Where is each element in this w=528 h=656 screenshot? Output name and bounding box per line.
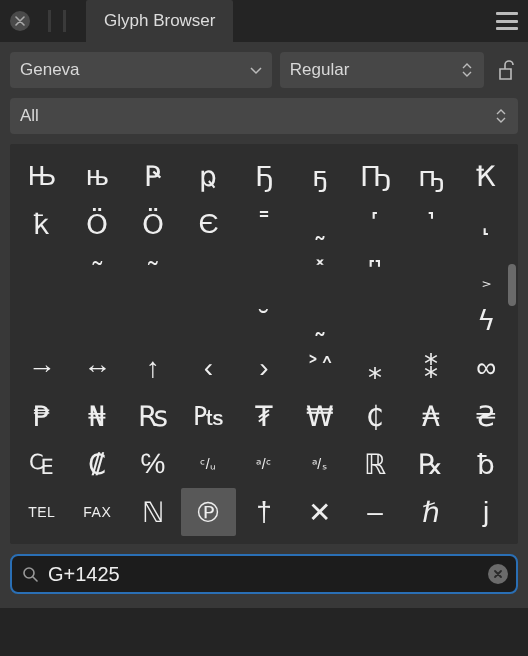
menu-button[interactable] (496, 12, 518, 30)
close-icon (493, 569, 503, 579)
glyph-cell[interactable]: ˜ (70, 248, 126, 296)
glyph-cell[interactable]: ˘ (236, 296, 292, 344)
glyph-cell[interactable]: Є (181, 200, 237, 248)
glyph-cell[interactable]: ‹ (181, 344, 237, 392)
glyph-cell[interactable]: ↔ (70, 344, 126, 392)
style-select-value: Regular (290, 60, 460, 80)
chevron-down-icon (250, 60, 262, 80)
glyph-cell[interactable]: Ҕ (236, 152, 292, 200)
titlebar: Glyph Browser (0, 0, 528, 42)
glyph-cell[interactable]: ℅ (125, 440, 181, 488)
glyph-cell[interactable] (347, 296, 403, 344)
category-select-value: All (20, 106, 494, 126)
glyph-cell[interactable]: › (236, 344, 292, 392)
glyph-cell[interactable]: ✕ (292, 488, 348, 536)
glyph-cell[interactable]: ₨ (125, 392, 181, 440)
glyph-cell[interactable]: ҕ (292, 152, 348, 200)
glyph-cell[interactable]: ҧ (403, 152, 459, 200)
glyph-cell[interactable] (14, 248, 70, 296)
glyph-cell[interactable]: ₵ (347, 392, 403, 440)
glyph-cell[interactable]: ˭ (236, 200, 292, 248)
glyph-cell[interactable]: ҟ (14, 200, 70, 248)
glyph-cell[interactable]: ℕ (125, 488, 181, 536)
search-field[interactable] (10, 554, 518, 594)
font-select[interactable]: Geneva (10, 52, 272, 88)
chevron-updown-icon (494, 107, 508, 125)
glyph-cell[interactable]: ˜ (125, 248, 181, 296)
glyph-browser-panel: Glyph Browser Geneva Regular (0, 0, 528, 656)
panel-footer (0, 608, 528, 656)
glyph-cell[interactable]: ℗ (181, 488, 237, 536)
glyph-cell[interactable]: Ҏ (125, 152, 181, 200)
glyph-cell[interactable]: Њ (14, 152, 70, 200)
glyph-cell[interactable] (181, 296, 237, 344)
close-button[interactable] (10, 11, 30, 31)
glyph-cell[interactable]: ₠ (14, 440, 70, 488)
category-select[interactable]: All (10, 98, 518, 134)
glyph-cell[interactable]: † (236, 488, 292, 536)
glyph-cell[interactable]: ˺ (403, 200, 459, 248)
clear-search-button[interactable] (488, 564, 508, 584)
glyph-grid-container: ЊњҎҏҔҕҦҧҞҟӦӦЄ˭˷˹˺˻˜˜˟˹˺˲˘˷ϟ→↔↑‹›˃˄⁎⁑∞₱₦₨… (10, 144, 518, 544)
glyph-cell[interactable]: – (347, 488, 403, 536)
lock-button[interactable] (492, 52, 518, 88)
glyph-cell[interactable]: ˷ (292, 200, 348, 248)
glyph-cell[interactable]: ˟ (292, 248, 348, 296)
unlock-icon (496, 59, 514, 81)
style-select[interactable]: Regular (280, 52, 484, 88)
glyph-cell[interactable]: ₱ (14, 392, 70, 440)
glyph-cell[interactable]: ˹ (347, 200, 403, 248)
glyph-cell[interactable]: ↑ (125, 344, 181, 392)
glyph-cell[interactable]: FAX (70, 488, 126, 536)
glyph-cell[interactable]: Ӧ (70, 200, 126, 248)
glyph-cell[interactable]: ₡ (70, 440, 126, 488)
glyph-cell[interactable]: Ҧ (347, 152, 403, 200)
glyph-cell[interactable]: Ӧ (125, 200, 181, 248)
glyph-cell[interactable]: ℝ (347, 440, 403, 488)
search-input[interactable] (48, 563, 478, 586)
glyph-cell[interactable] (181, 248, 237, 296)
glyph-cell[interactable]: ℏ (403, 488, 459, 536)
glyph-cell[interactable]: ⁎ (347, 344, 403, 392)
glyph-cell[interactable]: ₦ (70, 392, 126, 440)
glyph-cell[interactable]: ₳ (403, 392, 459, 440)
glyph-cell[interactable]: ˃˄ (292, 344, 348, 392)
glyph-cell[interactable] (125, 296, 181, 344)
glyph-cell[interactable]: ₩ (292, 392, 348, 440)
glyph-cell[interactable]: ℞ (403, 440, 459, 488)
glyph-cell[interactable]: ᵃ/ᶜ (236, 440, 292, 488)
glyph-cell[interactable]: ₧ (181, 392, 237, 440)
glyph-cell[interactable]: ᶜ/ᵤ (181, 440, 237, 488)
close-icon (15, 16, 25, 26)
glyph-cell[interactable]: ⁑ (403, 344, 459, 392)
glyph-cell[interactable] (14, 296, 70, 344)
panel-body: Geneva Regular All (0, 42, 528, 608)
glyph-cell[interactable]: ˷ (292, 296, 348, 344)
divider (48, 10, 51, 32)
glyph-cell[interactable]: ᵃ/ₛ (292, 440, 348, 488)
search-icon (22, 566, 38, 582)
glyph-cell[interactable]: → (14, 344, 70, 392)
glyph-cell[interactable]: ˹˺ (347, 248, 403, 296)
divider (63, 10, 66, 32)
glyph-cell[interactable]: ₮ (236, 392, 292, 440)
glyph-cell[interactable]: ҏ (181, 152, 237, 200)
scrollbar[interactable] (506, 144, 518, 544)
scrollbar-thumb[interactable] (508, 264, 516, 306)
font-select-value: Geneva (20, 60, 250, 80)
glyph-cell[interactable] (403, 248, 459, 296)
panel-title: Glyph Browser (86, 0, 233, 42)
chevron-updown-icon (460, 61, 474, 79)
glyph-cell[interactable] (403, 296, 459, 344)
glyph-cell[interactable]: TEL (14, 488, 70, 536)
glyph-cell[interactable] (70, 296, 126, 344)
glyph-cell[interactable] (236, 248, 292, 296)
glyph-grid[interactable]: ЊњҎҏҔҕҦҧҞҟӦӦЄ˭˷˹˺˻˜˜˟˹˺˲˘˷ϟ→↔↑‹›˃˄⁎⁑∞₱₦₨… (10, 144, 518, 544)
glyph-cell[interactable]: њ (70, 152, 126, 200)
